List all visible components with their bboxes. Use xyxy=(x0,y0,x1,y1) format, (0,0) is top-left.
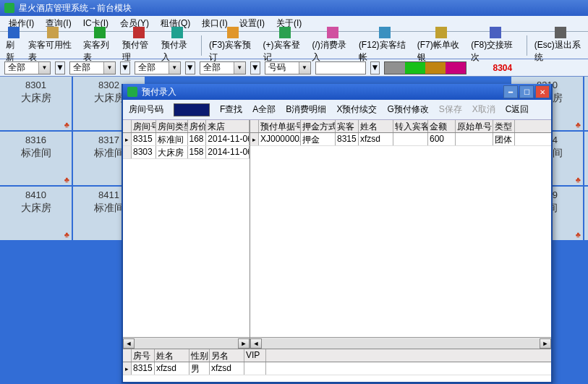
toolbar-button[interactable]: 预付管理 xyxy=(121,27,157,64)
counter-label: 8304 xyxy=(493,63,512,73)
room-tile[interactable]: 8316大床房♣ xyxy=(584,132,588,185)
filter-combo[interactable]: 全部▼ xyxy=(135,61,181,74)
column-header[interactable]: 来店 xyxy=(206,120,250,132)
chevron-down-icon[interactable]: ▼ xyxy=(234,62,245,74)
status-swatch xyxy=(446,62,466,74)
status-swatch xyxy=(405,62,425,74)
toolbar-label: (F3)宾客预订 xyxy=(209,39,257,64)
column-header[interactable]: 姓名 xyxy=(155,349,189,362)
cancel-link: X取消 xyxy=(472,103,495,116)
chevron-down-icon[interactable]: ▼ xyxy=(299,62,310,74)
cell: 2014-11-06 xyxy=(206,133,250,145)
cell: xfzsd xyxy=(210,362,244,375)
right-scrollbar[interactable]: ◄ ► xyxy=(250,337,551,349)
toolbar-button[interactable]: (F8)交接班次 xyxy=(469,27,521,64)
maximize-button[interactable]: ☐ xyxy=(519,85,534,98)
detail-link[interactable]: B消费明细 xyxy=(286,103,326,116)
toolbar-label: 预付录入 xyxy=(161,39,195,64)
go-button[interactable]: ▼ xyxy=(370,61,380,74)
toolbar-button[interactable]: 预付录入 xyxy=(160,27,196,64)
room-tile[interactable]: 8311标准间♣ xyxy=(584,77,588,130)
dialog-body: 房间号房间类型房价来店▸8315标准间1682014-11-068303大床房1… xyxy=(123,120,551,349)
prepay-grid[interactable]: 预付单据号押金方式宾客姓名转入宾客金额原始单号类型▸XJ0000002押金831… xyxy=(250,120,551,337)
dialog-titlebar: 预付录入 ━ ☐ ✕ xyxy=(123,84,551,100)
table-row[interactable]: ▸8315xfzsd男xfzsd xyxy=(123,362,551,375)
table-row[interactable]: 8303大床房1582014-11-06 xyxy=(123,146,250,159)
chevron-down-icon[interactable]: ▼ xyxy=(103,62,115,74)
toolbar-icon xyxy=(555,27,566,38)
minimize-button[interactable]: ━ xyxy=(503,85,518,98)
chevron-down-icon[interactable]: ▼ xyxy=(55,61,65,74)
table-row[interactable]: ▸XJ0000002押金8315xfzsd600团体 xyxy=(250,133,551,146)
toolbar-icon xyxy=(490,27,501,38)
room-tile[interactable]: 8316标准间♣ xyxy=(0,132,72,185)
table-row[interactable]: ▸8315标准间1682014-11-06 xyxy=(123,133,250,146)
toolbar-button[interactable]: (F7)帐单收银 xyxy=(416,27,467,64)
cell: 8315 xyxy=(132,362,155,375)
room-status-icon: ♣ xyxy=(64,230,69,239)
filter-combo[interactable]: 全部▼ xyxy=(4,61,51,74)
toolbar-button[interactable]: 宾客可用性表 xyxy=(27,27,79,64)
column-header[interactable]: 转入宾客 xyxy=(393,120,428,132)
room-number-input[interactable] xyxy=(174,103,210,116)
renew-link[interactable]: X预付续交 xyxy=(336,103,377,116)
chevron-down-icon[interactable]: ▼ xyxy=(185,61,195,74)
column-header[interactable]: 金额 xyxy=(428,120,456,132)
toolbar-button[interactable]: (/)消费录入 xyxy=(310,27,354,64)
combo-value: 全部 xyxy=(5,61,38,74)
modify-link[interactable]: G预付修改 xyxy=(387,103,428,116)
toolbar-button[interactable]: 宾客列表 xyxy=(82,27,118,64)
guest-detail-grid[interactable]: 房号姓名性别另名VIP▸8315xfzsd男xfzsd xyxy=(123,349,551,382)
column-header[interactable]: 房间类型 xyxy=(156,120,188,132)
filter-input[interactable] xyxy=(315,61,366,74)
scroll-right-icon[interactable]: ► xyxy=(238,338,250,349)
back-link[interactable]: C返回 xyxy=(506,103,529,116)
room-tile[interactable]: 8421标准间♣ xyxy=(584,187,588,240)
toolbar-button[interactable]: (F12)宾客结帐 xyxy=(357,27,413,64)
column-header[interactable]: 另名 xyxy=(210,349,244,362)
toolbar-button[interactable]: (F3)宾客预订 xyxy=(208,27,259,64)
room-list-grid[interactable]: 房间号房间类型房价来店▸8315标准间1682014-11-068303大床房1… xyxy=(123,120,250,337)
cell: 168 xyxy=(188,133,207,145)
close-button[interactable]: ✕ xyxy=(535,85,550,98)
chevron-down-icon[interactable]: ▼ xyxy=(250,61,260,74)
main-titlebar: 星火酒店管理系统→前台模块 xyxy=(0,0,588,16)
chevron-down-icon[interactable]: ▼ xyxy=(38,62,50,74)
scroll-right-icon[interactable]: ► xyxy=(540,338,551,349)
column-header[interactable]: 性别 xyxy=(189,349,210,362)
chevron-down-icon[interactable]: ▼ xyxy=(120,61,130,74)
toolbar-button[interactable]: 刷新 xyxy=(4,27,24,64)
column-header[interactable]: 预付单据号 xyxy=(259,120,301,132)
room-tile[interactable]: 8410大床房♣ xyxy=(0,187,72,240)
column-header[interactable]: 类型 xyxy=(493,120,515,132)
toolbar-icon xyxy=(379,27,391,38)
column-header[interactable]: 房号 xyxy=(132,349,155,362)
chevron-down-icon[interactable]: ▼ xyxy=(169,62,180,74)
column-header[interactable]: 房间号 xyxy=(132,120,156,132)
room-tile[interactable]: 8301大床房♣ xyxy=(0,77,72,130)
toolbar-icon xyxy=(227,27,239,38)
column-header[interactable]: 原始单号 xyxy=(456,120,493,132)
dialog-icon xyxy=(127,87,137,97)
app-title: 星火酒店管理系统→前台模块 xyxy=(19,2,132,14)
column-header[interactable]: VIP xyxy=(244,349,266,362)
room-type: 大床房 xyxy=(21,92,51,105)
toolbar-button[interactable]: (Esc)退出系统 xyxy=(533,27,588,64)
scroll-left-icon[interactable]: ◄ xyxy=(123,338,135,349)
room-status-icon: ♣ xyxy=(576,175,581,184)
column-header[interactable]: 押金方式 xyxy=(301,120,336,132)
toolbar-button[interactable]: (+)宾客登记 xyxy=(262,27,308,64)
column-header[interactable]: 宾客 xyxy=(336,120,359,132)
room-number: 8301 xyxy=(25,80,46,90)
column-header[interactable]: 房价 xyxy=(188,120,207,132)
room-number: 8411 xyxy=(98,189,119,200)
scroll-left-icon[interactable]: ◄ xyxy=(250,338,262,349)
column-header[interactable]: 姓名 xyxy=(359,120,393,132)
filter-combo[interactable]: 号码▼ xyxy=(265,61,311,74)
left-scrollbar[interactable]: ◄ ► xyxy=(123,337,250,349)
all-link[interactable]: A全部 xyxy=(252,103,276,116)
filter-combo[interactable]: 全部▼ xyxy=(200,61,246,74)
room-number: 8302 xyxy=(98,80,119,90)
find-link[interactable]: F查找 xyxy=(220,103,242,116)
filter-combo[interactable]: 全部▼ xyxy=(69,61,116,74)
